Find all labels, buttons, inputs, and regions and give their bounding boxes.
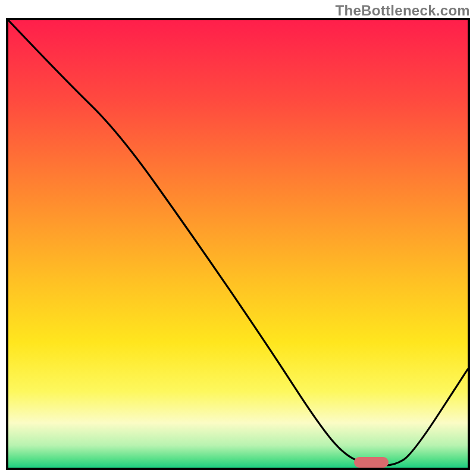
watermark-label: TheBottleneck.com xyxy=(336,2,470,19)
chart-container: TheBottleneck.com xyxy=(0,0,476,476)
plot-area xyxy=(6,18,470,470)
bottleneck-curve xyxy=(8,20,468,468)
optimal-marker xyxy=(354,457,389,468)
